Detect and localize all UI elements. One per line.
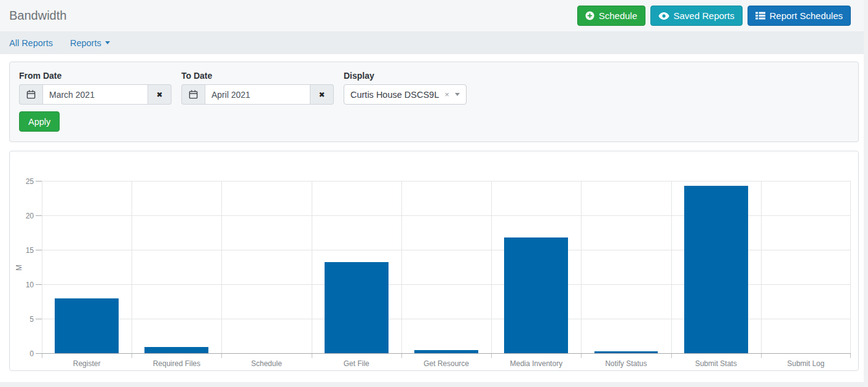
page-header: Bandwidth Schedule Saved Reports Report … bbox=[0, 0, 868, 31]
saved-reports-button[interactable]: Saved Reports bbox=[650, 6, 743, 26]
remove-selection-icon[interactable]: × bbox=[444, 90, 449, 98]
x-axis-tick bbox=[221, 354, 222, 358]
gridline-vertical bbox=[761, 182, 762, 354]
to-date-label: To Date bbox=[181, 71, 334, 81]
y-axis-tick bbox=[36, 250, 42, 250]
select-caret-icon[interactable] bbox=[455, 93, 460, 96]
to-date-calendar-button[interactable] bbox=[181, 84, 205, 105]
chart-plot: M 0510152025RegisterRequired FilesSchedu… bbox=[42, 182, 851, 354]
x-axis-label: Required Files bbox=[132, 359, 221, 368]
gridline-vertical bbox=[671, 182, 672, 354]
x-axis-label: Get Resource bbox=[401, 359, 491, 368]
to-date-input[interactable] bbox=[205, 84, 310, 105]
nav-reports-dropdown[interactable]: Reports bbox=[70, 38, 110, 48]
filter-row: From Date ✖ To Date bbox=[19, 71, 849, 105]
from-date-clear-button[interactable]: ✖ bbox=[148, 84, 172, 105]
x-axis-label: Register bbox=[42, 359, 132, 368]
x-axis-label: Schedule bbox=[221, 359, 311, 368]
gridline-vertical bbox=[221, 182, 222, 354]
reports-label: Reports bbox=[70, 38, 101, 48]
chart-bar[interactable] bbox=[684, 186, 748, 354]
to-date-field: To Date ✖ bbox=[181, 71, 334, 105]
x-axis-tick bbox=[581, 354, 582, 358]
gridline-vertical bbox=[491, 182, 492, 354]
x-axis-label: Get File bbox=[312, 359, 401, 368]
x-axis-labels: RegisterRequired FilesScheduleGet FileGe… bbox=[42, 359, 851, 368]
y-axis-tick-label: 0 bbox=[30, 349, 34, 358]
x-axis-tick bbox=[401, 354, 402, 358]
x-axis-tick bbox=[42, 354, 42, 358]
from-date-input-group: ✖ bbox=[19, 84, 172, 105]
reports-navbar: All Reports Reports bbox=[0, 31, 868, 54]
plus-circle-icon bbox=[585, 11, 594, 20]
clear-x-icon: ✖ bbox=[156, 90, 162, 99]
x-axis-tick bbox=[850, 354, 851, 358]
y-axis-title: M bbox=[15, 265, 23, 271]
apply-button[interactable]: Apply bbox=[19, 111, 60, 132]
chart-bar[interactable] bbox=[325, 262, 389, 354]
x-axis-tick bbox=[761, 354, 762, 358]
y-axis-tick bbox=[36, 319, 42, 319]
x-axis-label: Submit Log bbox=[761, 359, 851, 368]
y-axis-tick bbox=[36, 181, 42, 182]
display-select[interactable]: Curtis House DSCS9L × bbox=[344, 84, 467, 105]
schedule-button-label: Schedule bbox=[599, 10, 637, 21]
x-axis-label: Submit Stats bbox=[671, 359, 761, 368]
display-label: Display bbox=[344, 71, 467, 81]
display-selected-value: Curtis House DSCS9L bbox=[350, 90, 439, 100]
y-axis-tick-label: 5 bbox=[30, 315, 34, 324]
nav-all-reports[interactable]: All Reports bbox=[9, 38, 53, 48]
gridline-vertical bbox=[42, 182, 42, 354]
all-reports-label: All Reports bbox=[9, 38, 53, 48]
from-date-field: From Date ✖ bbox=[19, 71, 172, 105]
page-title: Bandwidth bbox=[9, 9, 66, 23]
x-axis-tick bbox=[671, 354, 672, 358]
from-date-calendar-button[interactable] bbox=[19, 84, 42, 105]
calendar-icon bbox=[26, 90, 36, 99]
to-date-clear-button[interactable]: ✖ bbox=[310, 84, 334, 105]
from-date-label: From Date bbox=[19, 71, 172, 81]
y-axis-tick bbox=[36, 215, 42, 216]
chevron-down-icon bbox=[105, 41, 110, 44]
clear-x-icon: ✖ bbox=[318, 90, 325, 99]
x-axis-line bbox=[36, 353, 851, 354]
bandwidth-report-page: Bandwidth Schedule Saved Reports Report … bbox=[0, 0, 868, 382]
gridline-vertical bbox=[850, 182, 851, 354]
chart-bar[interactable] bbox=[55, 298, 119, 354]
bandwidth-chart-panel: M 0510152025RegisterRequired FilesSchedu… bbox=[9, 151, 859, 371]
x-axis-tick bbox=[312, 354, 312, 358]
from-date-input[interactable] bbox=[42, 84, 148, 105]
report-schedules-button-label: Report Schedules bbox=[770, 10, 843, 21]
x-axis-label: Media Inventory bbox=[491, 359, 581, 368]
y-axis-tick-label: 10 bbox=[26, 281, 34, 289]
schedule-button[interactable]: Schedule bbox=[577, 6, 645, 26]
x-axis-tick bbox=[132, 354, 132, 358]
to-date-input-group: ✖ bbox=[181, 84, 334, 105]
display-field: Display Curtis House DSCS9L × bbox=[344, 71, 467, 105]
gridline-vertical bbox=[312, 182, 312, 354]
y-axis-tick-label: 15 bbox=[26, 246, 34, 255]
x-axis-tick bbox=[491, 354, 492, 358]
saved-reports-button-label: Saved Reports bbox=[674, 10, 735, 21]
gridline-vertical bbox=[401, 182, 402, 354]
y-axis-tick-label: 20 bbox=[26, 212, 34, 220]
y-axis-tick-label: 25 bbox=[26, 177, 34, 186]
report-content: From Date ✖ To Date bbox=[0, 54, 868, 382]
header-actions: Schedule Saved Reports Report Schedules bbox=[577, 6, 851, 26]
chart-bar[interactable] bbox=[504, 237, 568, 354]
scrollbar-track[interactable] bbox=[864, 0, 868, 387]
x-axis-label: Notify Status bbox=[581, 359, 671, 368]
calendar-icon bbox=[189, 90, 198, 99]
eye-icon bbox=[658, 12, 669, 20]
gridline-vertical bbox=[581, 182, 582, 354]
filter-panel: From Date ✖ To Date bbox=[9, 62, 859, 142]
th-list-icon bbox=[756, 12, 765, 20]
y-axis-tick bbox=[36, 284, 42, 285]
gridline-horizontal bbox=[42, 181, 851, 182]
gridline-vertical bbox=[132, 182, 132, 354]
report-schedules-button[interactable]: Report Schedules bbox=[748, 6, 851, 26]
